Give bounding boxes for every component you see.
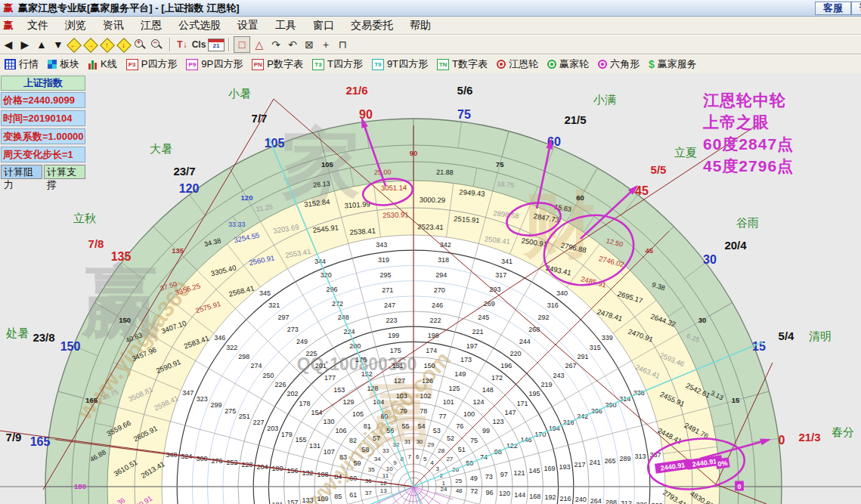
svg-text:57: 57 bbox=[373, 434, 380, 442]
index-name: 上证指数 bbox=[1, 76, 85, 91]
svg-text:85: 85 bbox=[334, 493, 342, 500]
menu-item-0[interactable]: 文件 bbox=[19, 19, 57, 32]
svg-text:177: 177 bbox=[324, 374, 336, 382]
rotate-ccw-button[interactable]: ↶ bbox=[285, 37, 300, 52]
svg-text:201: 201 bbox=[315, 362, 327, 369]
svg-text:37: 37 bbox=[365, 490, 372, 496]
svg-text:109: 109 bbox=[317, 495, 329, 502]
calendar-tool-number: 21 bbox=[209, 42, 224, 49]
gann-wheel-button[interactable]: 江恩轮 bbox=[497, 57, 538, 71]
menu-item-1[interactable]: 浏览 bbox=[57, 19, 94, 32]
zoom-out-button[interactable]: − bbox=[150, 39, 166, 51]
step-row: 周天变化步长=1 bbox=[1, 147, 85, 162]
menu-item-7[interactable]: 窗口 bbox=[305, 19, 342, 32]
svg-text:149: 149 bbox=[454, 370, 466, 378]
p-square-button[interactable]: P3P四方形 bbox=[126, 57, 178, 71]
svg-text:267: 267 bbox=[565, 362, 577, 369]
svg-text:345: 345 bbox=[259, 289, 271, 297]
clipped-button[interactable]: 论 bbox=[851, 2, 861, 15]
menu-item-5[interactable]: 设置 bbox=[229, 19, 267, 32]
9t-square-button[interactable]: T99T四方形 bbox=[372, 57, 428, 71]
svg-text:0: 0 bbox=[737, 483, 741, 490]
svg-text:13: 13 bbox=[380, 487, 387, 494]
svg-text:150: 150 bbox=[424, 362, 435, 369]
svg-text:83: 83 bbox=[339, 453, 347, 461]
kline-label: K线 bbox=[101, 57, 117, 71]
svg-text:347: 347 bbox=[182, 389, 194, 397]
svg-text:81: 81 bbox=[364, 422, 371, 430]
hexagon-button[interactable]: 六角形 bbox=[598, 57, 640, 71]
rotate-cw-button[interactable]: ↷ bbox=[268, 37, 283, 52]
svg-text:243: 243 bbox=[553, 372, 565, 379]
svg-text:33: 33 bbox=[382, 447, 389, 454]
menu-item-4[interactable]: 公式选股 bbox=[170, 19, 229, 32]
menu-item-6[interactable]: 工具 bbox=[267, 19, 305, 32]
cls-tool-button[interactable]: Cls bbox=[191, 37, 206, 52]
svg-text:289: 289 bbox=[620, 455, 631, 462]
svg-text:133: 133 bbox=[302, 496, 314, 504]
pan-down-button[interactable]: ↓ bbox=[117, 39, 132, 51]
svg-text:105: 105 bbox=[352, 410, 364, 418]
t-square-button[interactable]: T3T四方形 bbox=[312, 57, 363, 71]
sectors-button[interactable]: 板块 bbox=[48, 57, 79, 71]
outer-label-14: 21/6 bbox=[345, 84, 367, 97]
winner-service-button[interactable]: $赢家服务 bbox=[649, 57, 697, 71]
menu-item-8[interactable]: 交易委托 bbox=[342, 19, 401, 32]
svg-text:336: 336 bbox=[636, 501, 647, 504]
svg-text:2949.43: 2949.43 bbox=[459, 187, 485, 197]
zoom-in-sign: + bbox=[135, 39, 142, 47]
svg-text:171: 171 bbox=[516, 400, 528, 407]
svg-text:130: 130 bbox=[324, 418, 335, 425]
p-number-table-button[interactable]: PNP数字表 bbox=[252, 57, 303, 71]
page-up-button[interactable]: ▲ bbox=[34, 37, 49, 52]
svg-text:96: 96 bbox=[485, 489, 493, 496]
svg-text:99: 99 bbox=[482, 427, 490, 434]
draw-triangle-button[interactable]: △ bbox=[252, 37, 267, 52]
nav-first-button[interactable]: ◀ bbox=[1, 37, 16, 52]
calc-support-button[interactable]: 计算支撑 bbox=[44, 165, 85, 179]
quotes-button[interactable]: 行情 bbox=[5, 57, 39, 71]
svg-text:125: 125 bbox=[448, 385, 460, 392]
drawing-toolbar: ◀▶▲▼←→↑↓+−T↓Cls21□△↷↶⊠+⊓ bbox=[0, 35, 861, 54]
t-number-table-button[interactable]: TNT数字表 bbox=[437, 57, 488, 71]
winner-wheel-glyph bbox=[547, 60, 556, 69]
menu-item-9[interactable]: 帮助 bbox=[401, 19, 439, 32]
svg-text:1: 1 bbox=[442, 480, 446, 487]
9t-square-glyph: T9 bbox=[372, 59, 384, 70]
winner-wheel-button[interactable]: 赢家轮 bbox=[547, 57, 589, 71]
move-cross-button[interactable]: + bbox=[318, 37, 333, 52]
pan-up-button[interactable]: ↑ bbox=[101, 39, 116, 51]
customer-service-button[interactable]: 客服 bbox=[815, 2, 851, 15]
svg-text:75: 75 bbox=[470, 437, 478, 444]
highlight-value-2: 0% bbox=[715, 457, 729, 468]
page-down-button[interactable]: ▼ bbox=[51, 37, 66, 52]
t-cursor-button[interactable]: T↓ bbox=[175, 37, 190, 52]
kline-button[interactable]: K线 bbox=[88, 57, 117, 71]
svg-text:31: 31 bbox=[404, 438, 411, 445]
zoom-in-button[interactable]: + bbox=[134, 39, 149, 51]
svg-text:343: 343 bbox=[376, 241, 387, 249]
svg-text:126: 126 bbox=[422, 377, 433, 385]
clear-draw-button[interactable]: ⊓ bbox=[335, 37, 350, 52]
price-row: 价格=2440.9099 bbox=[1, 92, 85, 108]
nav-next-button[interactable]: ▶ bbox=[17, 37, 33, 52]
menu-item-2[interactable]: 资讯 bbox=[94, 19, 132, 32]
pan-left-button[interactable]: ← bbox=[67, 39, 82, 51]
calendar-tool-button[interactable]: 21 bbox=[208, 39, 225, 51]
calc-resistance-button[interactable]: 计算阻力 bbox=[1, 165, 42, 179]
draw-xbox-button[interactable]: ⊠ bbox=[302, 37, 317, 52]
winner-wheel-label: 赢家轮 bbox=[559, 57, 589, 71]
pan-right-button[interactable]: → bbox=[84, 39, 99, 51]
9p-square-button[interactable]: P99P四方形 bbox=[186, 57, 243, 71]
svg-text:2515.91: 2515.91 bbox=[454, 215, 480, 224]
p-number-table-glyph: PN bbox=[252, 59, 264, 70]
outer-label-2: 105 bbox=[265, 137, 285, 150]
svg-text:7: 7 bbox=[408, 453, 412, 460]
svg-text:270: 270 bbox=[434, 286, 445, 294]
draw-square-button[interactable]: □ bbox=[234, 36, 250, 53]
menu-item-3[interactable]: 江恩 bbox=[132, 19, 170, 32]
svg-text:79: 79 bbox=[400, 407, 407, 415]
app-logo-icon: 赢 bbox=[2, 2, 14, 14]
kline-icon bbox=[88, 60, 98, 70]
application-window: { "window": { "title": "赢家江恩专业版[赢家服务平台] … bbox=[0, 0, 861, 504]
